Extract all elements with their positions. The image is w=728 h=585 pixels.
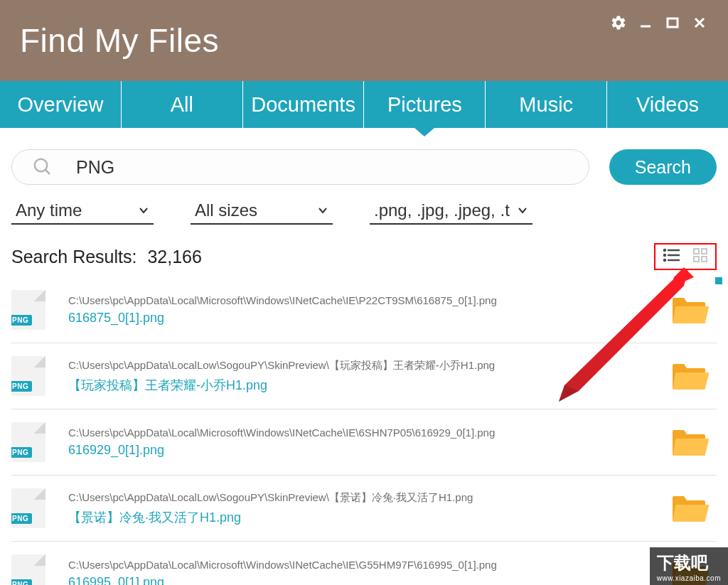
search-input[interactable] (76, 157, 569, 178)
file-type-badge: PNG (11, 315, 32, 326)
results-count-label: Search Results: 32,166 (11, 247, 202, 267)
results-list: PNGC:\Users\pc\AppData\Local\Microsoft\W… (11, 277, 717, 585)
filter-types[interactable]: .png, .jpg, .jpeg, .t (370, 198, 532, 225)
filter-label: .png, .jpg, .jpeg, .t (374, 200, 510, 220)
search-button[interactable]: Search (609, 149, 717, 185)
search-row: Search (0, 128, 728, 185)
file-path: C:\Users\pc\AppData\Local\Microsoft\Wind… (68, 294, 657, 306)
chevron-down-icon (138, 205, 149, 216)
results-header: Search Results: 32,166 (0, 225, 728, 277)
tab-label: Documents (251, 93, 355, 117)
svg-point-11 (664, 259, 665, 261)
svg-rect-1 (668, 18, 678, 27)
open-folder-icon[interactable] (671, 361, 710, 391)
file-name[interactable]: 【玩家投稿】王者荣耀-小乔H1.png (68, 377, 657, 394)
filter-label: All sizes (195, 200, 257, 220)
file-path: C:\Users\pc\AppData\Local\Microsoft\Wind… (68, 559, 657, 571)
result-row[interactable]: PNGC:\Users\pc\AppData\LocalLow\SogouPY\… (11, 476, 717, 542)
search-icon (32, 156, 53, 178)
category-tabs: Overview All Documents Pictures Music Vi… (0, 81, 728, 128)
title-bar: Find My Files (0, 0, 728, 81)
tab-label: Overview (17, 93, 103, 117)
svg-rect-13 (702, 249, 707, 254)
open-folder-icon[interactable] (671, 493, 710, 523)
maximize-icon[interactable] (664, 14, 681, 31)
file-name[interactable]: 616875_0[1].png (68, 311, 657, 326)
grid-view-icon[interactable] (692, 247, 708, 266)
file-type-badge: PNG (11, 579, 32, 585)
tab-documents[interactable]: Documents (243, 81, 365, 128)
file-icon: PNG (11, 488, 46, 528)
filter-row: Any time All sizes .png, .jpg, .jpeg, .t (0, 185, 728, 225)
file-name[interactable]: 616929_0[1].png (68, 443, 657, 458)
tab-label: All (171, 93, 193, 117)
file-path: C:\Users\pc\AppData\LocalLow\SogouPY\Ski… (68, 359, 657, 372)
tab-overview[interactable]: Overview (0, 81, 122, 128)
svg-point-9 (664, 249, 665, 251)
tab-videos[interactable]: Videos (607, 81, 728, 128)
open-folder-icon[interactable] (671, 427, 710, 457)
list-view-icon[interactable] (663, 247, 681, 266)
svg-rect-14 (694, 257, 699, 262)
tab-music[interactable]: Music (486, 81, 607, 128)
active-tab-indicator-icon (414, 128, 434, 136)
file-icon: PNG (11, 554, 46, 585)
tab-label: Videos (636, 93, 699, 117)
result-row[interactable]: PNGC:\Users\pc\AppData\Local\Microsoft\W… (11, 542, 717, 585)
file-text: C:\Users\pc\AppData\LocalLow\SogouPY\Ski… (68, 491, 657, 526)
result-row[interactable]: PNGC:\Users\pc\AppData\Local\Microsoft\W… (11, 409, 717, 476)
file-name[interactable]: 616995_0[1].png (68, 575, 657, 585)
open-folder-icon[interactable] (671, 295, 710, 325)
file-text: C:\Users\pc\AppData\Local\Microsoft\Wind… (68, 426, 657, 458)
tab-label: Pictures (387, 93, 462, 117)
results-container: PNGC:\Users\pc\AppData\Local\Microsoft\W… (11, 277, 717, 585)
file-path: C:\Users\pc\AppData\LocalLow\SogouPY\Ski… (68, 491, 657, 505)
filter-time[interactable]: Any time (11, 198, 154, 225)
svg-point-4 (35, 159, 48, 172)
chevron-down-icon (317, 205, 328, 216)
svg-point-10 (664, 254, 665, 256)
result-row[interactable]: PNGC:\Users\pc\AppData\Local\Microsoft\W… (11, 277, 717, 343)
chevron-down-icon (517, 205, 528, 216)
file-icon: PNG (11, 290, 46, 330)
app-title: Find My Files (20, 21, 219, 60)
gear-icon[interactable] (610, 14, 627, 31)
view-toggle (654, 243, 717, 270)
window-controls (610, 14, 708, 31)
tab-label: Music (519, 93, 573, 117)
filter-label: Any time (16, 200, 82, 220)
file-icon: PNG (11, 356, 46, 396)
file-type-badge: PNG (11, 381, 32, 392)
tab-all[interactable]: All (122, 81, 243, 128)
svg-rect-12 (694, 249, 699, 254)
watermark: 下载吧 www.xiazaiba.com (650, 547, 728, 585)
filter-size[interactable]: All sizes (191, 198, 333, 225)
file-path: C:\Users\pc\AppData\Local\Microsoft\Wind… (68, 426, 657, 439)
svg-rect-15 (702, 257, 707, 262)
svg-line-5 (46, 170, 50, 174)
tab-pictures[interactable]: Pictures (364, 81, 486, 128)
file-name[interactable]: 【景诺】冷兔·我又活了H1.png (68, 509, 657, 526)
file-text: C:\Users\pc\AppData\Local\Microsoft\Wind… (68, 559, 657, 585)
file-type-badge: PNG (11, 513, 32, 524)
file-text: C:\Users\pc\AppData\LocalLow\SogouPY\Ski… (68, 359, 657, 394)
file-text: C:\Users\pc\AppData\Local\Microsoft\Wind… (68, 294, 657, 326)
result-row[interactable]: PNGC:\Users\pc\AppData\LocalLow\SogouPY\… (11, 343, 717, 409)
minimize-icon[interactable] (637, 14, 654, 31)
file-type-badge: PNG (11, 447, 32, 458)
search-box (11, 149, 589, 185)
close-icon[interactable] (691, 14, 708, 31)
file-icon: PNG (11, 422, 46, 462)
